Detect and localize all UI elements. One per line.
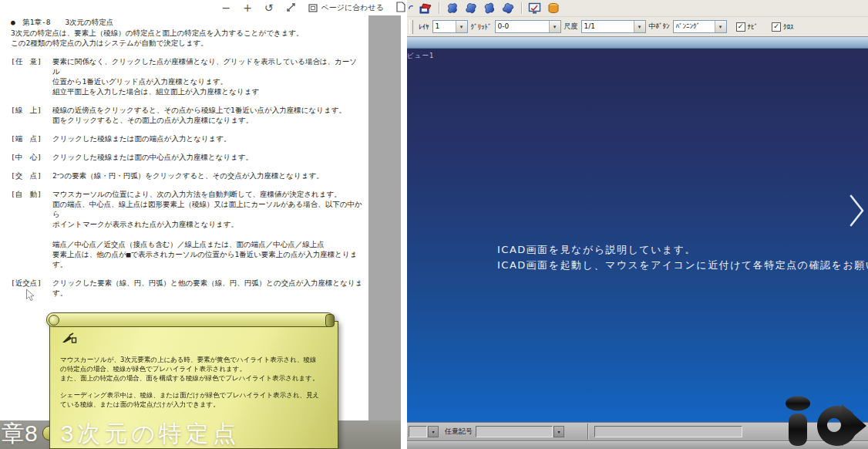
- mouse-cursor-icon: [25, 289, 35, 305]
- caption-title: 3次元の特定点: [61, 418, 240, 449]
- grid-label: ｸﾞﾘｯﾄﾞ: [471, 23, 492, 31]
- arbitrary-symbol-label: 任意記号: [445, 427, 473, 437]
- arbitrary-symbol-field[interactable]: [476, 426, 553, 437]
- shading-icon[interactable]: [546, 2, 561, 15]
- note-paragraph: マウスカーソルが、3次元要素の上にある時、要素が黄色でハイライト表示され、稜線 …: [60, 355, 328, 383]
- doc-entry: [交 点] 2つの要素（線・円・円弧）をクリックすると、その交点が入力座標となり…: [11, 170, 364, 181]
- scale-label: 尺度: [564, 22, 578, 32]
- status-message-field: [594, 426, 742, 437]
- screen-icon[interactable]: [527, 2, 543, 15]
- entry-label: [端 点]: [11, 133, 52, 143]
- page-icon[interactable]: [396, 2, 405, 14]
- viewer-gray-margin: [368, 15, 401, 420]
- arbitrary-symbol-select[interactable]: ▾: [476, 426, 564, 437]
- entry-label: [線 上]: [11, 105, 52, 125]
- capture-icon[interactable]: [418, 2, 433, 15]
- doc-entry: [端 点] クリックした稜線または面の端点が入力となります。: [11, 133, 364, 143]
- doc-entry: [近交点] クリックした要素（線、円、円弧）と他の要素（線、円、円弧）との交点が…: [11, 278, 364, 298]
- doc-title: ● 第1章-8 3次元の特定点: [11, 17, 364, 27]
- entry-text: 2つの要素（線・円・円弧）をクリックすると、その交点が入力座標となります。: [52, 170, 364, 181]
- cross-checkbox[interactable]: ✓ ｸﾛｽ: [772, 22, 794, 32]
- pen-icon: [62, 333, 328, 347]
- zoom-in-button[interactable]: +: [243, 2, 252, 13]
- note-paragraph: シェーディング表示中は、稜線、または面だけが緑色でプレハイライト表示され、見え …: [60, 390, 328, 409]
- view-label: ビュー1: [407, 52, 434, 61]
- scale-value: 1/1: [582, 21, 634, 32]
- entry-label: [任 意]: [11, 56, 52, 96]
- grid-select[interactable]: 0-0 ▾: [495, 20, 561, 33]
- ied-logo: [777, 392, 868, 449]
- caption-chapter: 章8: [2, 418, 38, 449]
- view-blob-icon-2[interactable]: [463, 2, 479, 15]
- document-content: ● 第1章-8 3次元の特定点 3次元の特定点は、要素上（稜線）の特定点と面上の…: [11, 17, 364, 306]
- navi-label: ﾅﾋﾞ: [748, 23, 759, 31]
- middle-button-select[interactable]: ﾊﾟﾝﾆﾝｸﾞ ▾: [673, 20, 727, 33]
- fit-page-icon: [308, 4, 318, 12]
- entry-text: 稜線の近傍点をクリックすると、その点から稜線上で1番近い点が入力座標になります。…: [52, 105, 364, 125]
- clipped-icon[interactable]: [408, 2, 415, 15]
- status-left-select[interactable]: ▾: [409, 426, 439, 437]
- rotate-button[interactable]: ↺: [264, 2, 274, 13]
- page-glyph-icon: [396, 2, 405, 12]
- view-title-bar: [407, 37, 868, 49]
- scroll-roll-end: [325, 314, 335, 327]
- toolbar-separator: [521, 2, 522, 14]
- viewport-message: ICAD画面を見ながら説明しています。ICAD画面を起動し、マウスをアイコンに近…: [497, 242, 868, 272]
- view-blob-icon-3[interactable]: [482, 2, 497, 15]
- diagonal-arrow-icon: [286, 2, 296, 12]
- layer-label: ﾚｲﾔ: [419, 23, 429, 31]
- entry-text: クリックした要素（線、円、円弧）と他の要素（線、円、円弧）との交点が入力座標とな…: [52, 278, 364, 298]
- layer-select[interactable]: 1 ▾: [432, 20, 468, 33]
- icad-viewport[interactable]: ビュー1 ICAD画面を見ながら説明しています。ICAD画面を起動し、マウスをア…: [407, 49, 868, 422]
- chevron-down-icon[interactable]: ▾: [553, 426, 564, 437]
- entry-text: 要素に関係なく、クリックした点が座標値となり、グリッドを表示している場合は、カー…: [52, 56, 364, 96]
- video-caption: 章8 3次元の特定点: [2, 418, 240, 449]
- doc-entry: [線 上] 稜線の近傍点をクリックすると、その点から稜線上で1番近い点が入力座標…: [11, 105, 364, 125]
- next-arrow-icon[interactable]: [849, 194, 866, 231]
- message-line: ICAD画面を起動し、マウスをアイコンに近付けて各特定点の確認をお願い致します。: [497, 258, 868, 273]
- scale-select[interactable]: 1/1 ▾: [581, 20, 646, 33]
- chevron-down-icon[interactable]: ▾: [634, 21, 645, 32]
- status-left-field[interactable]: [409, 426, 427, 437]
- scroll-roll-cap: [49, 315, 59, 326]
- doc-entries: [任 意] 要素に関係なく、クリックした点が座標値となり、グリッドを表示している…: [11, 56, 364, 298]
- doc-entry: [自 動] マウスカーソルの位置により、次の入力方法を自動判断して、座標値が決定…: [11, 189, 364, 269]
- cross-label: ｸﾛｽ: [783, 23, 794, 31]
- viewer-toolbar: − + ↺ ページに合わせる: [0, 0, 405, 15]
- entry-label: [中 心]: [11, 152, 52, 162]
- chevron-down-icon[interactable]: ▾: [456, 21, 467, 32]
- doc-entry: [中 心] クリックした稜線または面の中心点が入力座標となります。: [11, 152, 364, 162]
- fit-page-button[interactable]: ページに合わせる: [308, 2, 384, 13]
- view-blob-icon-1[interactable]: [445, 2, 460, 15]
- icad-window: ﾚｲﾔ 1 ▾ ｸﾞﾘｯﾄﾞ 0-0 ▾ 尺度 1/1 ▾ 中ﾎﾞﾀﾝ ﾊﾟﾝﾆ…: [407, 0, 868, 449]
- layer-value: 1: [433, 21, 456, 32]
- fullscreen-button[interactable]: [286, 2, 296, 14]
- entry-label: [交 点]: [11, 170, 52, 181]
- navi-checkbox[interactable]: ✓ ﾅﾋﾞ: [736, 22, 759, 32]
- middle-button-value: ﾊﾟﾝﾆﾝｸﾞ: [674, 21, 715, 32]
- fit-page-label: ページに合わせる: [321, 2, 384, 13]
- zoom-out-button[interactable]: −: [221, 2, 230, 13]
- toolbar-separator: [439, 2, 439, 14]
- entry-label: [自 動]: [11, 189, 52, 269]
- scroll-roll-top: [46, 312, 335, 327]
- entry-text: クリックした稜線または面の端点が入力となります。: [52, 133, 364, 143]
- doc-entry: [任 意] 要素に関係なく、クリックした点が座標値となり、グリッドを表示している…: [11, 56, 364, 96]
- icad-option-bar: ﾚｲﾔ 1 ▾ ｸﾞﾘｯﾄﾞ 0-0 ▾ 尺度 1/1 ▾ 中ﾎﾞﾀﾝ ﾊﾟﾝﾆ…: [407, 17, 868, 37]
- view-blob-icon-4[interactable]: [500, 2, 516, 15]
- middle-button-label: 中ﾎﾞﾀﾝ: [649, 22, 670, 32]
- entry-text: マウスカーソルの位置により、次の入力方法を自動判断して、座標値が決定されます。 …: [52, 189, 364, 269]
- toolbar-grip[interactable]: [409, 20, 413, 34]
- screen: − + ↺ ページに合わせる: [0, 0, 868, 449]
- checkbox-check-icon: ✓: [736, 22, 745, 32]
- grid-value: 0-0: [496, 21, 549, 32]
- icad-toolbar-icons: [407, 0, 868, 17]
- doc-intro: 3次元の特定点は、要素上（稜線）の特定点と面上の特定点を入力することができます。…: [11, 28, 364, 48]
- chevron-down-icon[interactable]: ▾: [549, 21, 560, 32]
- checkbox-check-icon: ✓: [772, 22, 781, 32]
- chevron-down-icon[interactable]: ▾: [428, 426, 439, 437]
- document-viewer: − + ↺ ページに合わせる: [0, 0, 407, 449]
- message-line: ICAD画面を見ながら説明しています。: [497, 242, 868, 258]
- entry-text: クリックした稜線または面の中心点が入力座標となります。: [52, 152, 364, 162]
- chevron-down-icon[interactable]: ▾: [715, 21, 726, 32]
